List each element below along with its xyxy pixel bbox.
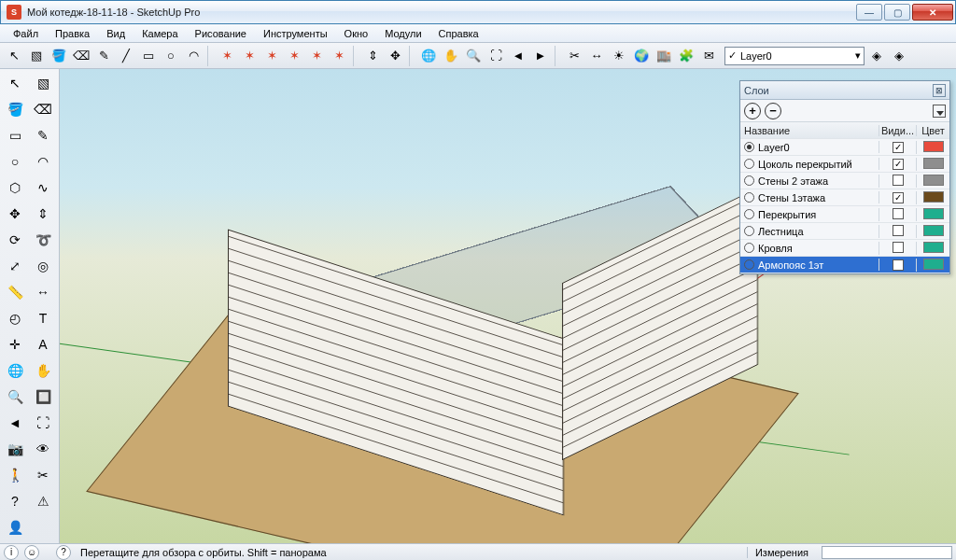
menu-модули[interactable]: Модули (377, 26, 429, 41)
next-view-icon[interactable]: ► (530, 46, 551, 66)
menu-справка[interactable]: Справка (431, 26, 486, 41)
rectangle-icon[interactable]: ▭ (138, 46, 159, 66)
layer-selector[interactable]: ✓Layer0▾ (724, 47, 865, 65)
tape-tool[interactable]: 📏 (2, 280, 28, 304)
zoom-tool[interactable]: 🔍 (2, 385, 28, 409)
layer-visible-checkbox[interactable] (893, 242, 904, 253)
dimension-tool[interactable]: ↔ (30, 280, 56, 304)
pan-tool[interactable]: ✋ (30, 358, 56, 383)
shape-red-6-icon[interactable]: ✶ (329, 46, 349, 66)
eraser-icon[interactable]: ⌫ (71, 46, 91, 66)
layer-row[interactable]: Стены 1этажа✓ (740, 189, 949, 206)
layer-visible-checkbox[interactable]: ✓ (893, 259, 904, 271)
scale-tool[interactable]: ⤢ (2, 254, 28, 278)
status-user-icon[interactable]: ☺ (24, 545, 39, 560)
layer-active-radio[interactable] (744, 175, 754, 186)
layer-color-swatch[interactable] (923, 175, 944, 186)
close-button[interactable] (912, 4, 953, 21)
layer-visible-checkbox[interactable]: ✓ (893, 142, 904, 153)
layer-row[interactable]: Армопояс 1эт✓ (740, 257, 949, 273)
arc-tool[interactable]: ◠ (30, 149, 56, 174)
shape-red-3-icon[interactable]: ✶ (261, 46, 282, 66)
3dtext-tool[interactable]: A (30, 332, 56, 357)
move-tool[interactable]: ✥ (2, 202, 28, 226)
pan-icon[interactable]: ✋ (441, 46, 461, 66)
layer-color-swatch[interactable] (923, 191, 944, 203)
orbit-tool[interactable]: 🌐 (2, 358, 28, 383)
freehand-tool[interactable]: ∿ (30, 175, 56, 200)
layer-row[interactable]: Кровля (740, 240, 949, 257)
shape-red-1-icon[interactable]: ✶ (217, 46, 237, 66)
layer-visible-checkbox[interactable]: ✓ (893, 192, 904, 203)
layers-col-visible[interactable]: Види... (879, 125, 916, 136)
remove-layer-button[interactable]: − (765, 103, 781, 119)
dimensions-icon[interactable]: ↔ (586, 46, 607, 66)
prev-view-tool[interactable]: ◄ (2, 411, 28, 435)
look-around-tool[interactable]: 👁 (30, 437, 56, 461)
layer-color-swatch[interactable] (923, 259, 944, 270)
3dwarehouse-icon[interactable]: 🏬 (654, 46, 674, 66)
status-info-icon[interactable]: i (4, 545, 19, 560)
globe-icon[interactable]: 🌍 (631, 46, 652, 66)
menu-инструменты[interactable]: Инструменты (256, 26, 335, 41)
follow-me-tool[interactable]: ➰ (30, 228, 56, 252)
zoom-icon[interactable]: 🔍 (463, 46, 484, 66)
layer-active-radio[interactable] (744, 226, 754, 236)
add-layer-button[interactable]: + (744, 103, 761, 119)
menu-правка[interactable]: Правка (48, 26, 97, 41)
line-icon[interactable]: ╱ (116, 46, 136, 66)
push-pull-icon[interactable]: ⇕ (362, 46, 383, 66)
paint-bucket-tool[interactable]: 🪣 (2, 97, 28, 121)
rectangle-tool[interactable]: ▭ (2, 123, 28, 147)
layer-visible-checkbox[interactable] (893, 208, 904, 219)
pencil-tool[interactable]: ✎ (30, 123, 56, 147)
protractor-tool[interactable]: ◴ (2, 306, 28, 330)
menu-вид[interactable]: Вид (99, 26, 133, 41)
polygon-tool[interactable]: ⬡ (2, 175, 28, 200)
circle-tool[interactable]: ○ (2, 149, 28, 174)
shape-red-4-icon[interactable]: ✶ (284, 46, 304, 66)
offset-tool[interactable]: ◎ (30, 254, 56, 278)
position-camera-tool[interactable]: 📷 (2, 437, 28, 461)
layers-panel-menu-icon[interactable] (933, 105, 946, 118)
walk-tool[interactable]: 🚶 (2, 463, 28, 487)
prev-view-icon[interactable]: ◄ (508, 46, 528, 66)
text-tool[interactable]: T (30, 306, 56, 330)
measurements-input[interactable] (822, 546, 952, 559)
component-icon[interactable]: ▧ (26, 46, 47, 66)
help-tool[interactable]: ? (2, 489, 28, 513)
zoom-extents-icon[interactable]: ⛶ (485, 46, 506, 66)
layer-active-radio[interactable] (744, 142, 754, 152)
zoom-window-tool[interactable]: 🔲 (30, 385, 56, 409)
layer-color-swatch[interactable] (923, 225, 944, 236)
minimize-button[interactable]: — (856, 4, 882, 21)
select-arrow-icon[interactable]: ↖ (4, 46, 24, 66)
make-component-tool[interactable]: ▧ (30, 71, 56, 95)
layer-row[interactable]: Лестница (740, 223, 949, 240)
section-icon[interactable]: ✂ (564, 46, 584, 66)
menu-окно[interactable]: Окно (337, 26, 376, 41)
layer-row[interactable]: Перекрытия (740, 206, 949, 223)
circle-icon[interactable]: ○ (161, 46, 181, 66)
pencil-icon[interactable]: ✎ (93, 46, 114, 66)
layer-visible-checkbox[interactable]: ✓ (893, 159, 904, 170)
layer-active-radio[interactable] (744, 243, 754, 253)
warning-tool[interactable]: ⚠ (30, 489, 56, 513)
layers-panel-titlebar[interactable]: Слои ⊠ (740, 81, 949, 100)
eraser-tool[interactable]: ⌫ (30, 97, 56, 121)
layer-visible-checkbox[interactable] (893, 225, 904, 236)
layer-row[interactable]: Layer0✓ (740, 139, 949, 156)
axes-tool[interactable]: ✛ (2, 332, 28, 357)
layer-row[interactable]: Цоколь перекрытий✓ (740, 156, 949, 173)
zoom-extents-tool[interactable]: ⛶ (30, 411, 56, 435)
layer-color-swatch[interactable] (923, 242, 944, 253)
layers-col-name[interactable]: Название (740, 125, 879, 136)
paint-bucket-icon[interactable]: 🪣 (49, 46, 69, 66)
layer-visible-checkbox[interactable] (893, 175, 904, 186)
person-tool[interactable]: 👤 (2, 515, 28, 539)
layer-active-radio[interactable] (744, 209, 754, 219)
layer-color-swatch[interactable] (923, 141, 944, 152)
shape-red-2-icon[interactable]: ✶ (239, 46, 260, 66)
layers-panel-close-icon[interactable]: ⊠ (933, 84, 946, 97)
push-pull-tool[interactable]: ⇕ (30, 202, 56, 226)
